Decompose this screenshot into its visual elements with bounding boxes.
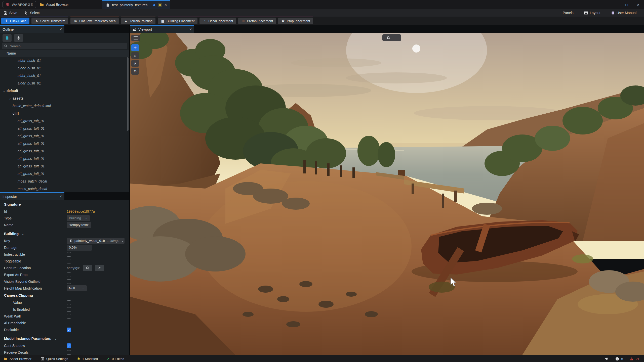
click-place-tool-button[interactable]: ✛ [131, 44, 139, 51]
inspector-dropdown[interactable]: Null [67, 285, 87, 291]
close-button[interactable]: × [632, 0, 644, 9]
capture-edit-button[interactable] [95, 265, 104, 271]
user-manual-label: User Manual [617, 11, 636, 15]
viewport-scene[interactable] [130, 33, 644, 355]
outliner-search[interactable] [2, 43, 127, 49]
inspector-dropdown[interactable]: Building [67, 215, 90, 221]
inspector-checkbox[interactable] [67, 279, 71, 284]
statusbar-edited[interactable]: ✓ 0 Edited [107, 357, 124, 361]
tree-item[interactable]: atl_grass_tuft_01 [0, 132, 129, 140]
tool-icon: ◔ [203, 19, 207, 23]
inspector-input[interactable]: 0.0% [67, 245, 92, 251]
inspector-value-button[interactable]: <empty text> [67, 222, 91, 228]
tab-viewport[interactable]: Viewport × [130, 25, 194, 33]
tool-mode-button[interactable]: ⊞Prefab Placement [238, 18, 276, 24]
inspector-checkbox[interactable] [67, 350, 71, 355]
layers-view-button[interactable] [14, 34, 23, 42]
tool-mode-button[interactable]: ➤Select-Transform [31, 18, 68, 24]
outliner-scrollbar[interactable] [127, 57, 129, 131]
user-manual-button[interactable]: User Manual [608, 11, 640, 15]
layout-button[interactable]: Layout [581, 11, 604, 15]
tree-item[interactable]: cliff [0, 110, 129, 117]
inspector-dropdown[interactable]: painterly_wood_01b ...ildings [67, 238, 125, 244]
tool-mode-button[interactable]: ≋Flat Low Frequency Area [70, 18, 119, 24]
tree-item[interactable]: atl_grass_tuft_01 [0, 155, 129, 162]
tree-item[interactable]: atl_grass_tuft_01 [0, 125, 129, 132]
close-icon[interactable]: × [60, 27, 62, 32]
capture-search-button[interactable] [83, 265, 92, 271]
tree-chevron-icon[interactable] [8, 112, 13, 115]
close-icon[interactable]: × [60, 194, 62, 199]
tree-item[interactable]: atl_grass_tuft_01 [0, 140, 129, 147]
minimize-button[interactable]: – [609, 0, 621, 9]
magnet-icon[interactable] [386, 36, 390, 40]
inspector-checkbox[interactable] [67, 321, 71, 325]
tool-mode-button[interactable]: ✛Click-Place [1, 18, 29, 24]
tree-item[interactable]: moss_patch_decal [0, 185, 129, 192]
tree-item[interactable]: alder_bush_01 [0, 72, 129, 79]
tree-item[interactable]: atl_grass_tuft_01 [0, 147, 129, 155]
more-options-icon[interactable]: ⋯ [393, 35, 397, 40]
section-chevron-icon[interactable]: ⌄ [36, 294, 38, 297]
volume-button[interactable] [605, 357, 609, 361]
inspector-checkbox[interactable] [67, 273, 71, 277]
tool-icon: ≋ [73, 19, 77, 23]
tool-mode-button[interactable]: ✿Prop Placement [278, 18, 313, 24]
tree-item[interactable]: assets [0, 95, 129, 102]
save-button[interactable]: Save [0, 11, 21, 15]
statusbar-quick-settings[interactable]: Quick Settings [41, 357, 68, 361]
settings-tool-button[interactable]: ⚙ [131, 68, 139, 75]
inspector-checkbox[interactable] [67, 314, 71, 319]
info-icon [615, 357, 619, 361]
tree-chevron-icon[interactable] [8, 96, 13, 101]
tree-item[interactable]: atl_grass_tuft_01 [0, 162, 129, 170]
tab-inspector[interactable]: Inspector × [0, 192, 64, 200]
panels-button[interactable]: Panels [559, 11, 577, 15]
tree-item[interactable]: alder_bush_01 [0, 57, 129, 64]
tree-item[interactable]: default [0, 87, 129, 95]
inspector-checkbox[interactable] [67, 343, 71, 348]
tab-document-label: test_painterly_textures .. [112, 3, 150, 7]
tree-item[interactable]: atl_grass_tuft_01 [0, 117, 129, 125]
inspector-checkbox[interactable] [67, 328, 71, 332]
name-column-header[interactable]: Name [0, 50, 129, 57]
tab-document[interactable]: test_painterly_textures .. A ✱ × [102, 0, 170, 9]
tree-item[interactable]: alder_bush_01 [0, 64, 129, 72]
inspector-checkbox[interactable] [67, 307, 71, 312]
close-icon[interactable]: × [189, 27, 192, 32]
section-chevron-icon[interactable]: ⌄ [54, 337, 57, 340]
tool-mode-button[interactable]: ▲Terrain Painting [121, 18, 155, 24]
select-tool-button[interactable]: ➤ [131, 60, 139, 67]
statusbar-asset-browser[interactable]: Asset Browser [4, 357, 31, 361]
capture-location-control: <empty> [67, 265, 104, 271]
tab-outliner[interactable]: Outliner × [0, 25, 64, 33]
select-menu[interactable]: Select [21, 11, 43, 15]
inspector-checkbox[interactable] [67, 300, 71, 305]
tab-asset-browser[interactable]: Asset Browser [36, 0, 72, 9]
document-view-button[interactable] [3, 34, 12, 42]
tree-item[interactable]: moss_patch_decal [0, 177, 129, 185]
app-logo-button[interactable]: WARFORGE [3, 1, 36, 8]
info-count[interactable]: 6 [615, 357, 623, 361]
tree-chevron-icon[interactable] [2, 89, 7, 93]
wrench-icon: ⚙ [134, 69, 137, 73]
tree-item[interactable]: atl_grass_tuft_01 [0, 170, 129, 177]
tree-item[interactable]: battle_water_default.xml [0, 102, 129, 110]
inspector-row-label: Id [4, 209, 7, 213]
cube-tool-button[interactable]: ◇ [131, 52, 139, 59]
section-chevron-icon[interactable]: ⌄ [24, 203, 26, 206]
tool-mode-button[interactable]: ▦Building Placement [158, 18, 197, 24]
tab-close-icon[interactable]: × [164, 3, 167, 8]
inspector-checkbox[interactable] [67, 252, 71, 257]
search-input[interactable] [9, 44, 125, 48]
tool-mode-button[interactable]: ◔Decal Placement [199, 18, 236, 24]
inspector-checkbox[interactable] [67, 259, 71, 263]
warning-count[interactable]: 21 [630, 357, 639, 361]
section-chevron-icon[interactable]: ⌄ [22, 232, 24, 236]
viewport-menu-button[interactable] [131, 35, 140, 41]
tree-item[interactable]: alder_bush_01 [0, 79, 129, 87]
maximize-button[interactable]: □ [621, 0, 632, 9]
toolbar-group: ▦Building Placement◔Decal Placement⊞Pref… [158, 17, 313, 25]
statusbar-modified[interactable]: ✱ 1 Modified [77, 357, 98, 361]
inspector-row-label: Key [4, 239, 10, 243]
